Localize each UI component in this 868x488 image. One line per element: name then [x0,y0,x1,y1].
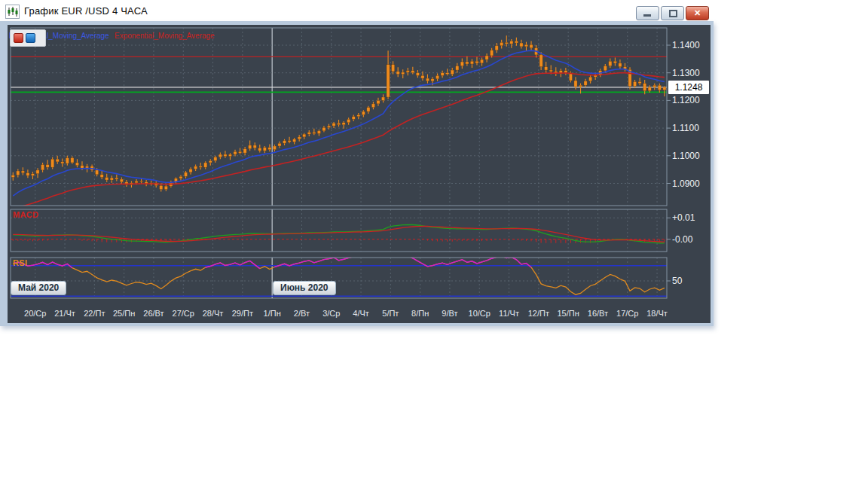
legend-ema-slow[interactable]: Exponential_Moving_Average [115,32,215,40]
date-axis-label: 25/Пн [113,309,135,318]
macd-line [13,224,665,243]
date-axis-label: 17/Ср [616,309,638,318]
window-title: График EUR /USD 4 ЧАСА [24,5,148,17]
date-axis-label: 3/Ср [322,309,340,318]
close-icon: ✕ [686,8,708,18]
date-axis-label: 26/Вт [143,309,164,318]
macd-panel-caption: MACD [13,210,38,219]
title-bar[interactable]: График EUR /USD 4 ЧАСА ✕ [0,0,714,21]
rsi-panel[interactable] [11,247,667,296]
date-axis-label: 15/Пн [558,309,579,318]
price-scale-label: 1.1400 [672,40,700,50]
date-axis-label: 12/Пт [528,309,549,318]
rsi-overbought-segment [274,247,427,267]
price-scale-label: 1.1100 [672,123,699,133]
restore-button[interactable] [661,6,684,20]
macd-scale-label: +0.01 [672,212,695,223]
date-axis-label: 27/Ср [173,309,194,318]
rsi-overbought-segment [206,261,260,268]
close-button[interactable]: ✕ [686,6,709,20]
date-axis-label: 20/Ср [24,309,46,318]
price-scale-label: 1.1000 [672,151,700,161]
indicator-blue-button[interactable] [26,33,35,43]
restore-icon [669,10,677,17]
date-axis-label: 9/Вт [442,309,457,318]
date-axis-label: 18/Чт [646,309,668,318]
chart-area[interactable]: Exponential_Moving_Average Exponential_M… [8,25,711,323]
date-axis-label: 10/Ср [469,309,491,318]
current-price-box: 1.1248 [668,81,709,94]
date-axis-label: 22/Пт [84,309,105,318]
macd-signal-line [13,226,665,242]
macd-scale-label: -0.00 [672,234,692,245]
chart-window-icon [5,5,20,19]
price-scale-label: 1.1300 [672,68,700,78]
minimize-icon [643,14,651,17]
rsi-line [13,247,665,294]
indicator-red-button[interactable] [14,33,23,43]
date-axis-label: 11/Чт [499,309,519,318]
month-label-may[interactable]: Май 2020 [11,281,66,295]
window-controls: ✕ [636,6,709,20]
date-axis-label: 21/Чт [54,309,75,318]
date-axis-label: 16/Вт [588,309,608,318]
rsi-scale-label: 50 [672,276,682,286]
panel-borders [11,28,671,298]
minimize-button[interactable] [636,6,659,20]
date-axis-label: 5/Пт [382,309,399,318]
workspace: График EUR /USD 4 ЧАСА ✕ Exponential_Mov… [0,0,868,488]
chart-window: График EUR /USD 4 ЧАСА ✕ Exponential_Mov… [0,0,714,329]
price-scale-label: 1.1200 [672,95,700,105]
date-axis-label: 4/Чт [353,309,369,318]
date-axis-label: 28/Чт [203,309,224,318]
price-scale-label: 1.0900 [672,178,700,189]
indicator-buttons-box [10,29,46,47]
date-axis-label: 29/Пт [232,309,253,318]
chart-canvas[interactable] [8,25,711,323]
month-label-june[interactable]: Июнь 2020 [273,281,336,295]
rsi-panel-caption: RSI [13,258,27,267]
date-axis-label: 1/Пн [264,309,281,318]
date-axis-label: 2/Вт [294,309,310,318]
ema-slow-line [13,73,665,210]
date-axis-label: 8/Пн [411,309,429,318]
window-frame: Exponential_Moving_Average Exponential_M… [0,21,714,326]
